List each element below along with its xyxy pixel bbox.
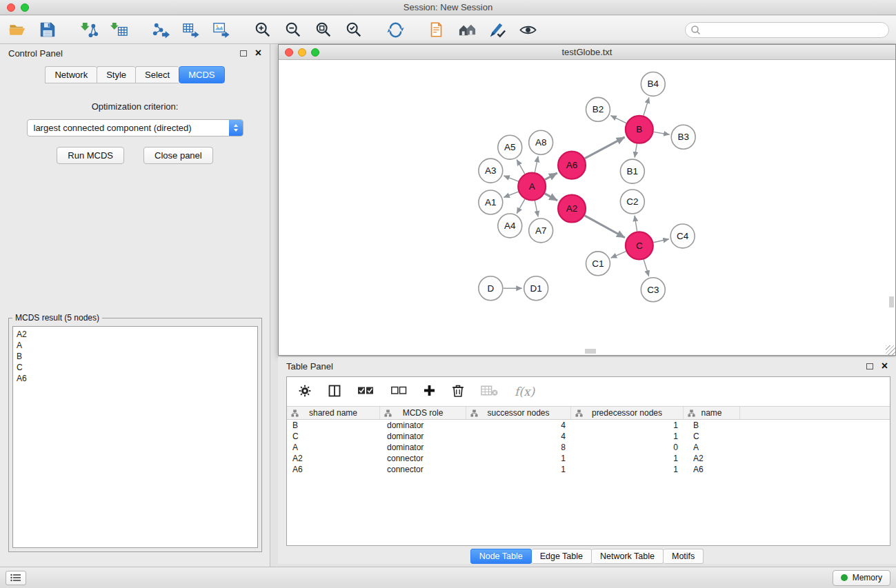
edge-A-A1[interactable] [504, 192, 518, 197]
edge-B-B4[interactable] [644, 97, 649, 115]
edge-B-B3[interactable] [653, 132, 669, 134]
table-cell[interactable]: C [287, 432, 380, 441]
search-box[interactable] [685, 22, 889, 38]
dropdown-stepper[interactable] [229, 120, 243, 136]
node-B4[interactable]: B4 [641, 72, 665, 96]
node-A3[interactable]: A3 [479, 159, 503, 183]
zoom-selected-button[interactable] [342, 18, 366, 41]
result-item-a2[interactable]: A2 [17, 329, 254, 340]
open-folder-button[interactable] [6, 18, 29, 41]
tab-node-table[interactable]: Node Table [470, 549, 532, 564]
table-cell[interactable]: 1 [466, 465, 571, 474]
table-cell[interactable]: B [684, 420, 740, 430]
column-header-shared-name[interactable]: shared name [287, 407, 380, 419]
node-C4[interactable]: C4 [670, 224, 695, 248]
table-cell[interactable]: A [287, 443, 380, 452]
table-cell[interactable]: A6 [287, 465, 380, 474]
export-network-button[interactable] [149, 18, 172, 41]
node-A1[interactable]: A1 [479, 190, 503, 214]
table-cell[interactable]: 4 [466, 432, 571, 441]
save-session-button[interactable] [36, 18, 59, 41]
edge-A-A3[interactable] [504, 176, 518, 181]
node-A8[interactable]: A8 [529, 130, 553, 154]
table-cell[interactable]: 0 [571, 443, 684, 452]
edge-C-C2[interactable] [635, 216, 637, 232]
float-table-panel-icon[interactable] [866, 363, 873, 369]
network-zoom-button[interactable] [311, 48, 319, 57]
table-settings-button[interactable] [298, 384, 312, 400]
column-header-predecessor-nodes[interactable]: predecessor nodes [571, 407, 684, 419]
run-mcds-button[interactable]: Run MCDS [57, 147, 124, 164]
table-row[interactable]: A6connector11A6 [287, 464, 890, 475]
column-header-successor-nodes[interactable]: successor nodes [466, 407, 571, 419]
edge-B-B1[interactable] [635, 143, 637, 157]
search-input[interactable] [704, 23, 888, 37]
close-window-button[interactable] [7, 3, 15, 12]
node-A7[interactable]: A7 [529, 219, 553, 243]
table-row[interactable]: Bdominator41B [287, 420, 890, 431]
apply-layout-button[interactable] [384, 18, 407, 41]
table-cell[interactable]: A2 [287, 454, 380, 463]
graphics-details-button[interactable] [455, 18, 479, 41]
edge-A-A4[interactable] [517, 199, 525, 214]
node-A5[interactable]: A5 [498, 135, 522, 159]
tab-network-table[interactable]: Network Table [592, 549, 664, 564]
export-table-button[interactable] [179, 18, 203, 41]
close-panel-icon[interactable]: × [255, 49, 261, 57]
select-all-button[interactable] [357, 385, 374, 398]
tab-mcds[interactable]: MCDS [179, 66, 224, 83]
edge-B-B2[interactable] [610, 116, 626, 123]
show-hide-button[interactable] [516, 18, 539, 41]
node-A4[interactable]: A4 [498, 214, 522, 238]
node-A6[interactable]: A6 [558, 152, 586, 179]
function-builder-button[interactable]: f(x) [515, 385, 535, 398]
node-C1[interactable]: C1 [586, 252, 610, 276]
edge-A-A5[interactable] [517, 160, 525, 174]
table-row[interactable]: Adominator80A [287, 442, 890, 453]
node-C2[interactable]: C2 [620, 190, 644, 214]
delete-table-button[interactable] [481, 385, 498, 398]
network-canvas[interactable]: B4B2BB3A8A5A6A3B1AC2A1A2A4A7C4CC1C3DD1 [279, 61, 895, 355]
tab-edge-table[interactable]: Edge Table [532, 549, 592, 564]
network-window-titlebar[interactable]: testGlobe.txt [279, 45, 895, 60]
table-cell[interactable]: dominator [380, 432, 466, 441]
table-row[interactable]: Cdominator41C [287, 431, 890, 442]
table-cell[interactable]: A2 [684, 454, 740, 463]
column-header-MCDS-role[interactable]: MCDS role [380, 407, 466, 419]
node-B2[interactable]: B2 [586, 97, 610, 121]
node-D1[interactable]: D1 [524, 276, 548, 301]
table-cell[interactable]: 1 [466, 454, 571, 463]
node-B1[interactable]: B1 [620, 159, 644, 183]
table-cell[interactable]: 1 [571, 454, 684, 463]
column-header-name[interactable]: name [684, 407, 740, 419]
edge-A-A6[interactable] [545, 173, 557, 180]
zoom-window-button[interactable] [21, 3, 29, 12]
network-close-button[interactable] [285, 48, 293, 57]
node-C[interactable]: C [626, 232, 653, 259]
resize-grip[interactable] [886, 345, 895, 355]
table-cell[interactable]: connector [380, 454, 466, 463]
close-panel-button[interactable]: Close panel [143, 147, 213, 164]
edge-C-C1[interactable] [611, 252, 626, 258]
table-cell[interactable]: connector [380, 465, 466, 474]
show-columns-button[interactable] [328, 385, 341, 399]
result-item-a[interactable]: A [17, 340, 254, 351]
optimization-dropdown[interactable]: largest connected component (directed) [27, 119, 243, 136]
import-table-button[interactable] [108, 18, 131, 41]
table-cell[interactable]: B [287, 420, 380, 430]
edge-C-C4[interactable] [653, 239, 668, 243]
horizontal-scrollbar-thumb[interactable] [585, 349, 596, 354]
edge-A-A7[interactable] [535, 201, 538, 216]
table-cell[interactable]: 1 [571, 420, 684, 430]
first-neighbors-button[interactable] [425, 18, 448, 41]
edge-A6-B[interactable] [585, 137, 625, 159]
node-B[interactable]: B [626, 116, 653, 143]
table-cell[interactable]: A [684, 443, 740, 452]
tab-network[interactable]: Network [45, 66, 97, 83]
task-history-button[interactable] [6, 571, 26, 585]
node-A[interactable]: A [518, 173, 546, 201]
node-D[interactable]: D [479, 276, 503, 301]
table-cell[interactable]: dominator [380, 443, 466, 452]
zoom-out-button[interactable] [281, 18, 305, 41]
vertical-scrollbar-thumb[interactable] [889, 296, 894, 307]
